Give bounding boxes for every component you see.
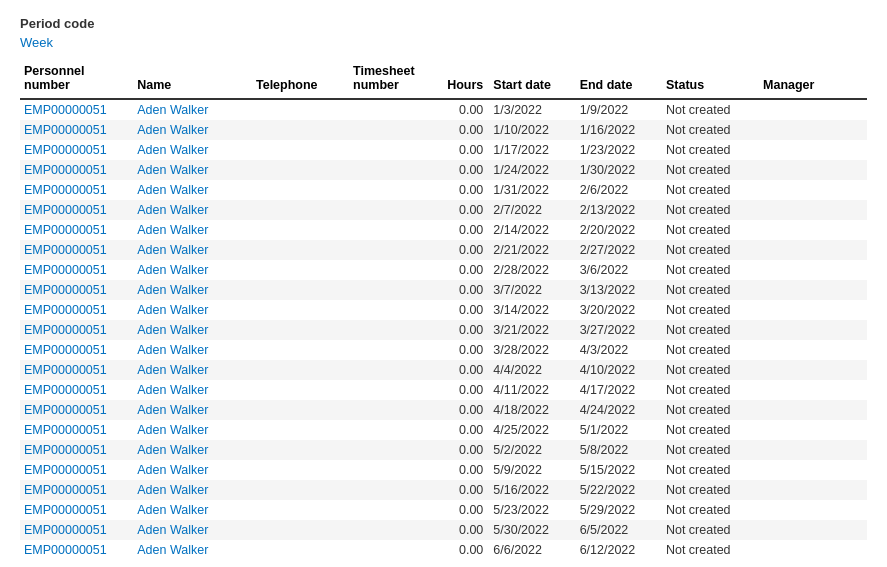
cell-enddate: 5/1/2022 xyxy=(576,420,662,440)
cell-startdate: 3/14/2022 xyxy=(489,300,575,320)
timesheet-table: Personnelnumber Name Telephone Timesheet… xyxy=(20,60,867,560)
cell-startdate: 6/6/2022 xyxy=(489,540,575,560)
cell-name[interactable]: Aden Walker xyxy=(133,500,252,520)
cell-personnel[interactable]: EMP00000051 xyxy=(20,200,133,220)
cell-personnel[interactable]: EMP00000051 xyxy=(20,240,133,260)
cell-name[interactable]: Aden Walker xyxy=(133,260,252,280)
cell-timesheet xyxy=(349,500,435,520)
cell-startdate: 3/7/2022 xyxy=(489,280,575,300)
cell-name[interactable]: Aden Walker xyxy=(133,340,252,360)
cell-personnel[interactable]: EMP00000051 xyxy=(20,320,133,340)
cell-enddate: 6/12/2022 xyxy=(576,540,662,560)
cell-telephone xyxy=(252,300,349,320)
cell-enddate: 4/10/2022 xyxy=(576,360,662,380)
cell-manager xyxy=(759,280,867,300)
cell-name[interactable]: Aden Walker xyxy=(133,140,252,160)
table-row: EMP00000051Aden Walker0.001/17/20221/23/… xyxy=(20,140,867,160)
cell-name[interactable]: Aden Walker xyxy=(133,220,252,240)
cell-name[interactable]: Aden Walker xyxy=(133,380,252,400)
cell-personnel[interactable]: EMP00000051 xyxy=(20,520,133,540)
cell-hours: 0.00 xyxy=(435,480,489,500)
cell-enddate: 6/5/2022 xyxy=(576,520,662,540)
cell-status: Not created xyxy=(662,140,759,160)
cell-personnel[interactable]: EMP00000051 xyxy=(20,460,133,480)
cell-personnel[interactable]: EMP00000051 xyxy=(20,440,133,460)
cell-enddate: 5/8/2022 xyxy=(576,440,662,460)
cell-hours: 0.00 xyxy=(435,260,489,280)
cell-personnel[interactable]: EMP00000051 xyxy=(20,120,133,140)
cell-name[interactable]: Aden Walker xyxy=(133,540,252,560)
cell-enddate: 2/27/2022 xyxy=(576,240,662,260)
table-row: EMP00000051Aden Walker0.005/2/20225/8/20… xyxy=(20,440,867,460)
cell-name[interactable]: Aden Walker xyxy=(133,420,252,440)
cell-startdate: 5/16/2022 xyxy=(489,480,575,500)
cell-personnel[interactable]: EMP00000051 xyxy=(20,480,133,500)
cell-personnel[interactable]: EMP00000051 xyxy=(20,180,133,200)
cell-name[interactable]: Aden Walker xyxy=(133,400,252,420)
cell-enddate: 5/29/2022 xyxy=(576,500,662,520)
cell-startdate: 3/21/2022 xyxy=(489,320,575,340)
table-row: EMP00000051Aden Walker0.002/14/20222/20/… xyxy=(20,220,867,240)
table-row: EMP00000051Aden Walker0.003/28/20224/3/2… xyxy=(20,340,867,360)
table-row: EMP00000051Aden Walker0.005/16/20225/22/… xyxy=(20,480,867,500)
table-row: EMP00000051Aden Walker0.003/21/20223/27/… xyxy=(20,320,867,340)
cell-personnel[interactable]: EMP00000051 xyxy=(20,260,133,280)
cell-personnel[interactable]: EMP00000051 xyxy=(20,99,133,120)
cell-name[interactable]: Aden Walker xyxy=(133,160,252,180)
cell-personnel[interactable]: EMP00000051 xyxy=(20,280,133,300)
table-row: EMP00000051Aden Walker0.002/21/20222/27/… xyxy=(20,240,867,260)
cell-status: Not created xyxy=(662,500,759,520)
cell-timesheet xyxy=(349,240,435,260)
cell-enddate: 3/20/2022 xyxy=(576,300,662,320)
cell-name[interactable]: Aden Walker xyxy=(133,180,252,200)
table-row: EMP00000051Aden Walker0.005/30/20226/5/2… xyxy=(20,520,867,540)
cell-name[interactable]: Aden Walker xyxy=(133,520,252,540)
cell-status: Not created xyxy=(662,520,759,540)
cell-personnel[interactable]: EMP00000051 xyxy=(20,340,133,360)
cell-telephone xyxy=(252,540,349,560)
cell-manager xyxy=(759,140,867,160)
cell-hours: 0.00 xyxy=(435,360,489,380)
col-header-personnel: Personnelnumber xyxy=(20,60,133,99)
table-row: EMP00000051Aden Walker0.004/11/20224/17/… xyxy=(20,380,867,400)
cell-name[interactable]: Aden Walker xyxy=(133,280,252,300)
cell-telephone xyxy=(252,160,349,180)
cell-personnel[interactable]: EMP00000051 xyxy=(20,300,133,320)
cell-name[interactable]: Aden Walker xyxy=(133,480,252,500)
cell-startdate: 5/2/2022 xyxy=(489,440,575,460)
cell-startdate: 4/25/2022 xyxy=(489,420,575,440)
cell-status: Not created xyxy=(662,320,759,340)
cell-manager xyxy=(759,520,867,540)
col-header-enddate: End date xyxy=(576,60,662,99)
cell-name[interactable]: Aden Walker xyxy=(133,440,252,460)
cell-personnel[interactable]: EMP00000051 xyxy=(20,540,133,560)
cell-manager xyxy=(759,360,867,380)
cell-startdate: 2/21/2022 xyxy=(489,240,575,260)
col-header-hours: Hours xyxy=(435,60,489,99)
cell-status: Not created xyxy=(662,540,759,560)
cell-hours: 0.00 xyxy=(435,200,489,220)
cell-personnel[interactable]: EMP00000051 xyxy=(20,360,133,380)
cell-name[interactable]: Aden Walker xyxy=(133,460,252,480)
cell-enddate: 3/13/2022 xyxy=(576,280,662,300)
cell-personnel[interactable]: EMP00000051 xyxy=(20,500,133,520)
cell-timesheet xyxy=(349,340,435,360)
cell-name[interactable]: Aden Walker xyxy=(133,320,252,340)
cell-name[interactable]: Aden Walker xyxy=(133,120,252,140)
cell-status: Not created xyxy=(662,200,759,220)
cell-name[interactable]: Aden Walker xyxy=(133,300,252,320)
table-row: EMP00000051Aden Walker0.004/4/20224/10/2… xyxy=(20,360,867,380)
cell-startdate: 4/18/2022 xyxy=(489,400,575,420)
cell-name[interactable]: Aden Walker xyxy=(133,99,252,120)
cell-name[interactable]: Aden Walker xyxy=(133,240,252,260)
cell-personnel[interactable]: EMP00000051 xyxy=(20,380,133,400)
cell-personnel[interactable]: EMP00000051 xyxy=(20,160,133,180)
cell-personnel[interactable]: EMP00000051 xyxy=(20,400,133,420)
col-header-status: Status xyxy=(662,60,759,99)
cell-name[interactable]: Aden Walker xyxy=(133,200,252,220)
cell-hours: 0.00 xyxy=(435,340,489,360)
cell-personnel[interactable]: EMP00000051 xyxy=(20,140,133,160)
cell-name[interactable]: Aden Walker xyxy=(133,360,252,380)
cell-personnel[interactable]: EMP00000051 xyxy=(20,420,133,440)
cell-personnel[interactable]: EMP00000051 xyxy=(20,220,133,240)
